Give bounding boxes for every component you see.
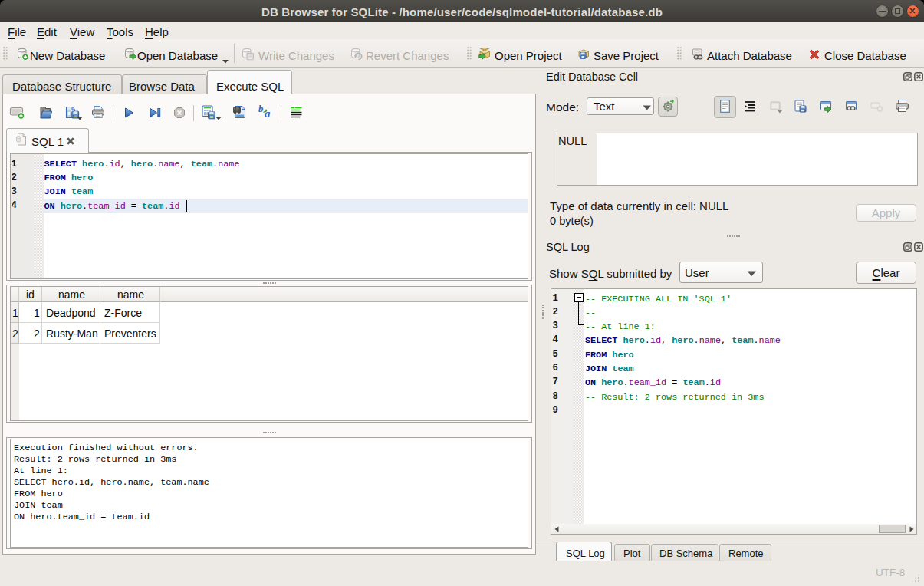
svg-text:b: b [258, 103, 264, 114]
svg-text:a: a [265, 107, 271, 119]
